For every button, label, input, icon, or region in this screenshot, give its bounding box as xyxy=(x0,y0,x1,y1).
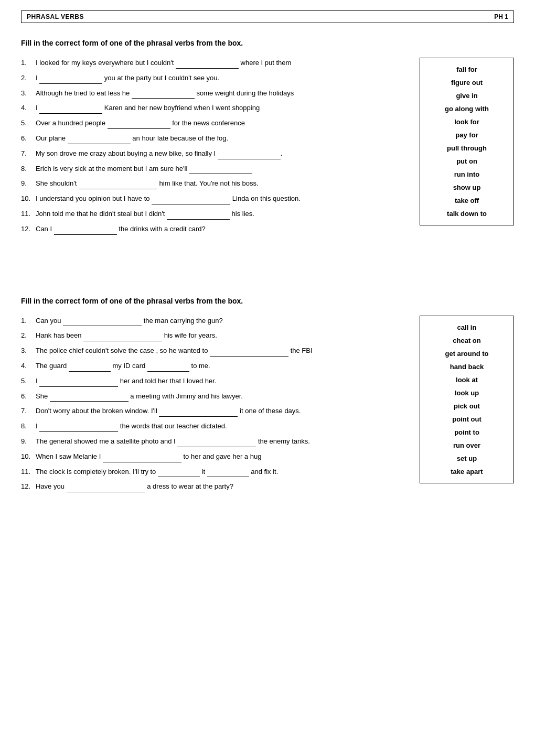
word-item: point to xyxy=(425,427,508,437)
word-item: set up xyxy=(425,453,508,463)
question-item: 7.My son drove me crazy about buying a n… xyxy=(21,148,409,159)
word-item: run over xyxy=(425,440,508,450)
question-number: 4. xyxy=(21,361,36,372)
answer-blank[interactable] xyxy=(218,151,281,159)
question-text: I Karen and her new boyfriend when I wen… xyxy=(36,103,409,114)
question-item: 6.She a meeting with Jimmy and his lawye… xyxy=(21,391,409,402)
header: PHRASAL VERBS PH 1 xyxy=(21,10,514,23)
word-item: look up xyxy=(425,388,508,398)
question-number: 8. xyxy=(21,164,36,175)
answer-blank[interactable] xyxy=(152,196,230,204)
question-number: 2. xyxy=(21,330,36,341)
answer-blank[interactable] xyxy=(54,226,117,235)
answer-blank[interactable] xyxy=(132,90,195,99)
question-text: Although he tried to eat less he some we… xyxy=(36,88,409,99)
question-number: 10. xyxy=(21,451,36,462)
answer-blank[interactable] xyxy=(167,211,230,220)
answer-blank-2[interactable] xyxy=(207,469,249,477)
section-1-word-box: fall forfigure outgive ingo along withlo… xyxy=(420,58,514,225)
question-item: 5.Over a hundred people for the news con… xyxy=(21,118,409,129)
answer-blank[interactable] xyxy=(39,75,102,84)
answer-blank[interactable] xyxy=(159,408,238,417)
answer-blank[interactable] xyxy=(68,136,131,144)
answer-blank[interactable] xyxy=(108,121,170,129)
answer-blank[interactable] xyxy=(69,363,111,372)
answer-blank[interactable] xyxy=(177,439,256,447)
answer-blank[interactable] xyxy=(63,318,142,326)
section-2-questions: 1.Can you the man carrying the gun?2.Han… xyxy=(21,316,409,497)
word-item: go along with xyxy=(425,104,508,114)
answer-blank[interactable] xyxy=(39,424,118,432)
question-number: 8. xyxy=(21,421,36,432)
question-item: 8.I the words that our teacher dictated. xyxy=(21,421,409,432)
word-item: run into xyxy=(425,169,508,179)
word-item: talk down to xyxy=(425,209,508,219)
question-item: 11.The clock is completely broken. I'll … xyxy=(21,467,409,478)
question-number: 11. xyxy=(21,467,36,478)
word-item: pull through xyxy=(425,143,508,153)
section-1-content: 1.I looked for my keys everywhere but I … xyxy=(21,58,514,239)
section-2-instruction: Fill in the correct form of one of the p… xyxy=(21,297,514,305)
section-2-word-box: call incheat onget around tohand backloo… xyxy=(420,316,514,483)
question-text: Can I the drinks with a credit card? xyxy=(36,224,409,235)
section-1-instruction: Fill in the correct form of one of the p… xyxy=(21,39,514,47)
question-text: My son drove me crazy about buying a new… xyxy=(36,148,409,159)
question-text: When I saw Melanie I to her and gave her… xyxy=(36,451,409,462)
question-number: 4. xyxy=(21,103,36,114)
question-item: 4.I Karen and her new boyfriend when I w… xyxy=(21,103,409,114)
question-number: 12. xyxy=(21,481,36,492)
question-text: I looked for my keys everywhere but I co… xyxy=(36,58,409,69)
header-page: PH 1 xyxy=(494,13,508,20)
question-text: Can you the man carrying the gun? xyxy=(36,316,409,327)
answer-blank[interactable] xyxy=(83,333,162,341)
question-number: 12. xyxy=(21,224,36,235)
word-item: pay for xyxy=(425,130,508,140)
question-item: 1.I looked for my keys everywhere but I … xyxy=(21,58,409,69)
word-item: take apart xyxy=(425,467,508,477)
question-text: Erich is very sick at the moment but I a… xyxy=(36,164,409,175)
word-item: get around to xyxy=(425,349,508,359)
question-item: 4.The guard my ID card to me. xyxy=(21,361,409,372)
page: PHRASAL VERBS PH 1 Fill in the correct f… xyxy=(0,0,535,756)
question-number: 5. xyxy=(21,376,36,387)
word-item: show up xyxy=(425,182,508,192)
question-item: 7.Don't worry about the broken window. I… xyxy=(21,406,409,417)
word-item: put on xyxy=(425,156,508,166)
answer-blank[interactable] xyxy=(79,181,157,189)
answer-blank[interactable] xyxy=(50,393,129,402)
answer-blank[interactable] xyxy=(158,469,200,477)
word-item: point out xyxy=(425,414,508,424)
answer-blank[interactable] xyxy=(189,166,252,174)
header-title: PHRASAL VERBS xyxy=(27,13,84,20)
answer-blank[interactable] xyxy=(67,484,145,492)
question-text: The clock is completely broken. I'll try… xyxy=(36,467,409,478)
word-item: look for xyxy=(425,117,508,127)
question-number: 2. xyxy=(21,73,36,84)
question-item: 5.I her and told her that I loved her. xyxy=(21,376,409,387)
answer-blank[interactable] xyxy=(39,379,118,387)
question-item: 6.Our plane an hour late because of the … xyxy=(21,133,409,144)
section-2-content: 1.Can you the man carrying the gun?2.Han… xyxy=(21,316,514,497)
question-number: 9. xyxy=(21,436,36,447)
question-text: I her and told her that I loved her. xyxy=(36,376,409,387)
answer-blank-2[interactable] xyxy=(147,363,189,372)
answer-blank[interactable] xyxy=(210,348,288,357)
answer-blank[interactable] xyxy=(176,60,239,69)
question-text: I you at the party but I couldn't see yo… xyxy=(36,73,409,84)
answer-blank[interactable] xyxy=(103,454,181,462)
answer-blank[interactable] xyxy=(39,105,102,114)
question-item: 8.Erich is very sick at the moment but I… xyxy=(21,164,409,175)
question-text: The guard my ID card to me. xyxy=(36,361,409,372)
question-text: Over a hundred people for the news confe… xyxy=(36,118,409,129)
word-item: fall for xyxy=(425,64,508,74)
question-text: John told me that he didn't steal but I … xyxy=(36,209,409,220)
question-number: 7. xyxy=(21,406,36,417)
question-number: 6. xyxy=(21,391,36,402)
word-item: call in xyxy=(425,322,508,332)
word-item: pick out xyxy=(425,401,508,411)
question-item: 1.Can you the man carrying the gun? xyxy=(21,316,409,327)
question-text: The general showed me a satellite photo … xyxy=(36,436,409,447)
question-number: 11. xyxy=(21,209,36,220)
question-text: Our plane an hour late because of the fo… xyxy=(36,133,409,144)
word-item: look at xyxy=(425,375,508,385)
